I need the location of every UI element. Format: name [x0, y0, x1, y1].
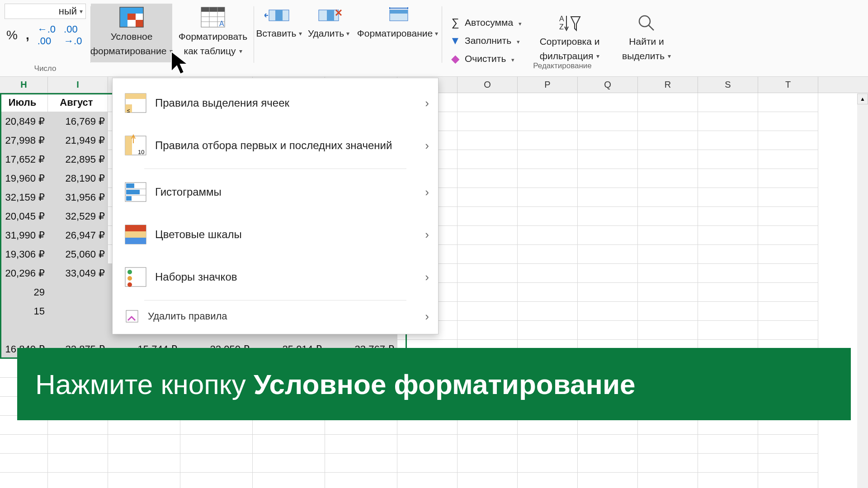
cell[interactable]: 31,956 ₽	[48, 188, 108, 207]
chevron-right-icon: ›	[425, 310, 429, 324]
menu-highlight-cells[interactable]: ≤ Правила выделения ячеек ›	[113, 82, 438, 124]
find-select-button[interactable]: Найти и выделить	[615, 10, 678, 69]
banner-pre: Нажмите кнопку	[35, 369, 254, 400]
percent-icon[interactable]: %	[6, 23, 18, 47]
clear-rules-icon	[124, 309, 140, 324]
cell[interactable]: 32,529 ₽	[48, 207, 108, 226]
increase-decimal-icon[interactable]: ←.0.00	[38, 23, 56, 47]
cell[interactable]: 17,652 ₽	[0, 150, 48, 169]
cell[interactable]: 26,947 ₽	[48, 226, 108, 245]
top-bottom-icon: 10	[124, 134, 147, 157]
delete-button[interactable]: Удалить	[304, 4, 354, 39]
cell[interactable]	[48, 302, 108, 321]
svg-rect-37	[125, 225, 146, 231]
svg-point-42	[127, 276, 132, 281]
insert-button[interactable]: Вставить	[254, 4, 304, 39]
column-header[interactable]: T	[758, 77, 818, 93]
menu-clear-rules[interactable]: Удалить правила ›	[113, 302, 438, 330]
format-as-table-button[interactable]: A Форматировать как таблицу	[172, 4, 254, 62]
svg-text:10: 10	[138, 149, 144, 155]
svg-rect-33	[126, 183, 134, 188]
column-header[interactable]: R	[638, 77, 698, 93]
thousands-icon[interactable]: ,	[26, 23, 29, 47]
cell[interactable]: 20,849 ₽	[0, 112, 48, 131]
svg-rect-2	[120, 14, 127, 27]
conditional-formatting-icon	[119, 6, 144, 28]
cell[interactable]: 16,769 ₽	[48, 112, 108, 131]
menu-databars[interactable]: Гистограммы ›	[113, 171, 438, 213]
cell[interactable]	[48, 321, 108, 340]
cell[interactable]: 15	[0, 302, 48, 321]
chevron-right-icon: ›	[425, 185, 429, 199]
column-header[interactable]: I	[48, 77, 108, 93]
insert-cells-icon	[264, 6, 293, 24]
svg-line-22	[649, 25, 654, 30]
menu-iconsets[interactable]: Наборы значков ›	[113, 256, 438, 298]
cell[interactable]: 19,960 ₽	[0, 169, 48, 188]
table-row	[0, 473, 868, 488]
cell[interactable]	[0, 321, 48, 340]
chevron-right-icon: ›	[425, 96, 429, 110]
menu-colorscales[interactable]: Цветовые шкалы ›	[113, 213, 438, 256]
group-number: ный ▾ % , ←.0.00 .00→.0 Число	[0, 4, 90, 76]
fill-button[interactable]: ▼Заполнить	[447, 33, 524, 48]
column-header[interactable]: Q	[578, 77, 638, 93]
cell[interactable]: 29	[0, 283, 48, 302]
cell[interactable]: 20,045 ₽	[0, 207, 48, 226]
number-format-text: ный	[59, 5, 77, 17]
sort-filter-button[interactable]: AZ Сортировка и фильтрация	[533, 10, 606, 69]
chevron-down-icon: ▾	[80, 8, 83, 15]
cell[interactable]: 28,190 ₽	[48, 169, 108, 188]
banner-bold: Условное форматирование	[254, 369, 636, 400]
svg-text:≤: ≤	[127, 108, 130, 114]
cell[interactable]: 21,949 ₽	[48, 131, 108, 150]
conditional-formatting-button[interactable]: Условное форматирование	[91, 4, 172, 62]
cell[interactable]: 22,895 ₽	[48, 150, 108, 169]
conditional-formatting-menu: ≤ Правила выделения ячеек › 10 Правила о…	[112, 78, 439, 334]
scroll-up-icon[interactable]: ▲	[857, 94, 868, 104]
column-header[interactable]: P	[518, 77, 578, 93]
svg-point-43	[127, 282, 132, 287]
cell[interactable]	[48, 283, 108, 302]
cell[interactable]: 31,990 ₽	[0, 226, 48, 245]
column-header[interactable]: S	[698, 77, 758, 93]
svg-rect-34	[126, 190, 140, 194]
cell[interactable]: 25,060 ₽	[48, 245, 108, 264]
cell[interactable]: 32,159 ₽	[0, 188, 48, 207]
format-button[interactable]: Форматирование	[354, 4, 442, 39]
column-header[interactable]: O	[458, 77, 518, 93]
cell[interactable]: Август	[48, 93, 108, 112]
svg-text:A: A	[219, 20, 224, 28]
svg-rect-28	[125, 136, 132, 155]
format-cells-icon	[383, 6, 412, 24]
vertical-scrollbar[interactable]: ▲	[857, 94, 868, 488]
chevron-right-icon: ›	[425, 270, 429, 284]
instruction-banner: Нажмите кнопку Условное форматирование	[17, 348, 851, 420]
cell[interactable]: Июль	[0, 93, 48, 112]
svg-text:A: A	[559, 15, 564, 23]
cell[interactable]: 19,306 ₽	[0, 245, 48, 264]
table-row	[0, 435, 868, 454]
column-header[interactable]: H	[0, 77, 48, 93]
iconsets-icon	[124, 266, 147, 288]
svg-rect-24	[125, 94, 146, 99]
fill-down-icon: ▼	[449, 34, 461, 47]
group-label-editing: Редактирование	[442, 61, 683, 70]
svg-rect-18	[390, 10, 408, 14]
menu-top-bottom[interactable]: 10 Правила отбора первых и последних зна…	[113, 124, 438, 167]
svg-rect-7	[201, 7, 225, 12]
colorscales-icon	[124, 223, 147, 246]
autosum-button[interactable]: ∑Автосумма	[447, 15, 524, 30]
cell[interactable]: 33,049 ₽	[48, 264, 108, 283]
svg-point-41	[127, 270, 132, 274]
svg-rect-39	[125, 238, 146, 244]
delete-cells-icon	[314, 6, 343, 24]
decrease-decimal-icon[interactable]: .00→.0	[64, 23, 82, 47]
cell[interactable]: 20,296 ₽	[0, 264, 48, 283]
table-row	[0, 454, 868, 473]
svg-text:Z: Z	[559, 23, 564, 31]
format-as-table-icon: A	[200, 6, 226, 28]
cell[interactable]: 27,998 ₽	[0, 131, 48, 150]
number-format-dropdown[interactable]: ный ▾	[5, 4, 86, 19]
search-icon	[637, 13, 656, 33]
